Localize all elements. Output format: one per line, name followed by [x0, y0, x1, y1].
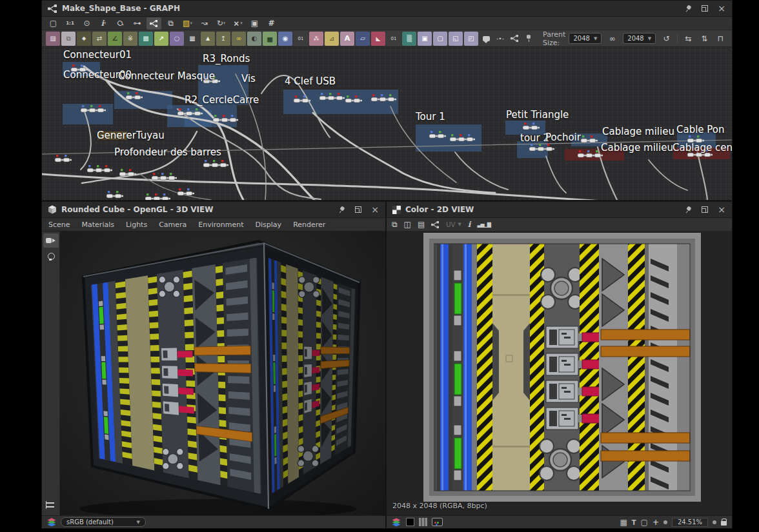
- tools-dropdown-icon[interactable]: [230, 17, 245, 30]
- menu-scene[interactable]: Scene: [48, 221, 70, 229]
- pan-icon[interactable]: [653, 518, 659, 527]
- tile-sampler-node-icon[interactable]: [185, 32, 199, 46]
- size-reset-icon[interactable]: [659, 32, 674, 44]
- frame-node-icon[interactable]: [418, 32, 432, 46]
- comment-icon[interactable]: [480, 32, 492, 45]
- node-label[interactable]: Cablage milieu: [601, 142, 673, 153]
- gradient-node-icon[interactable]: [154, 32, 168, 46]
- height-node-icon[interactable]: [201, 32, 215, 46]
- zoom-out-button[interactable]: [663, 520, 667, 524]
- view2d-viewport[interactable]: 2048 x 2048 (RGBA, 8bpc): [387, 232, 732, 517]
- node-label[interactable]: Cablage milieu: [602, 126, 674, 137]
- node-label[interactable]: R2_CercleCarre: [185, 94, 259, 106]
- graph-pin-button[interactable]: [683, 4, 693, 13]
- node-label[interactable]: 4 Clef USB: [285, 75, 336, 87]
- grid-toggle-icon[interactable]: [264, 17, 279, 30]
- menu-lights[interactable]: Lights: [126, 221, 147, 229]
- camera-view-button[interactable]: [43, 233, 59, 248]
- snap-horizontal-icon[interactable]: [681, 32, 696, 44]
- frame-fit-node-icon[interactable]: [449, 32, 463, 46]
- zoom-level-field[interactable]: 24.51%: [672, 518, 708, 527]
- fill-node-icon[interactable]: [371, 32, 385, 46]
- frame-empty-node-icon[interactable]: [433, 32, 447, 46]
- node-label[interactable]: Pochoir: [545, 132, 581, 143]
- view2d-pin-button[interactable]: [683, 205, 693, 214]
- parent-height-select[interactable]: 2048▼: [623, 33, 656, 44]
- link-curve-icon[interactable]: [197, 17, 212, 30]
- channels-icon[interactable]: [419, 518, 427, 526]
- lighting-button[interactable]: [43, 250, 59, 264]
- gradient-map-node-icon[interactable]: [232, 32, 246, 46]
- capture-icon[interactable]: [79, 17, 94, 30]
- rotate-dropdown-icon[interactable]: [214, 17, 228, 30]
- bitmap-node-icon[interactable]: [46, 32, 60, 46]
- menu-camera[interactable]: Camera: [159, 221, 187, 229]
- zoom-lock-icon[interactable]: [721, 521, 727, 526]
- tiling-grid-icon[interactable]: [620, 518, 627, 527]
- zoom-1-1-icon[interactable]: [63, 17, 77, 30]
- node-label[interactable]: R3_Ronds: [203, 53, 250, 64]
- zoom-in-button[interactable]: [713, 520, 716, 524]
- frame-selection-icon[interactable]: [180, 17, 195, 30]
- mirror-node-icon[interactable]: [325, 32, 339, 46]
- snap-grid-icon[interactable]: [713, 32, 728, 44]
- shape-node-icon[interactable]: [170, 32, 184, 46]
- layers-stack-icon[interactable]: [163, 17, 178, 30]
- node-label[interactable]: Petit Triangle: [506, 109, 569, 121]
- node-label[interactable]: Cable Pon: [676, 124, 725, 135]
- image-view-icon[interactable]: [247, 17, 262, 30]
- node-link-icon[interactable]: [130, 17, 145, 30]
- graph-view-icon[interactable]: [147, 17, 161, 30]
- uv-mode-select[interactable]: UV ▼: [446, 221, 461, 228]
- node-output-icon[interactable]: [431, 221, 440, 228]
- node-label[interactable]: Vis: [241, 73, 256, 84]
- hsl-node-icon[interactable]: [278, 32, 292, 46]
- subgraph-icon[interactable]: [508, 32, 521, 45]
- directional-warp-node-icon[interactable]: [123, 32, 137, 46]
- image-info-icon[interactable]: [468, 220, 471, 229]
- parent-width-select[interactable]: 2048▼: [569, 33, 602, 44]
- curve-node-icon[interactable]: [108, 32, 122, 46]
- graph-canvas[interactable]: Connecteur01 Connecteur00 Connecteur Mas…: [42, 47, 732, 200]
- levels-node-icon[interactable]: [247, 32, 261, 46]
- pin-node-icon[interactable]: [522, 32, 535, 45]
- colorspace-layers-icon[interactable]: [47, 518, 57, 527]
- fit-view-icon[interactable]: [46, 17, 61, 30]
- search-icon[interactable]: [113, 17, 128, 30]
- display-rgb-icon[interactable]: [432, 518, 443, 526]
- transform-node-icon[interactable]: [356, 32, 370, 46]
- tiling-mode-icon[interactable]: [632, 518, 636, 527]
- text-node-icon[interactable]: [340, 32, 354, 46]
- dot-node-icon[interactable]: [494, 32, 507, 45]
- noise-node-icon[interactable]: [402, 32, 416, 46]
- info-dropdown-icon[interactable]: [96, 17, 111, 30]
- scene-tree-button[interactable]: [42, 498, 57, 512]
- channel-shuffle-node-icon[interactable]: [92, 32, 106, 46]
- view2d-close-button[interactable]: ×: [717, 205, 726, 214]
- menu-materials[interactable]: Materials: [82, 221, 114, 229]
- node-label[interactable]: Cablage cent: [673, 142, 732, 153]
- save-icon[interactable]: [404, 220, 411, 229]
- normal-node-icon[interactable]: [216, 32, 230, 46]
- colorspace-layers-icon[interactable]: [392, 518, 401, 527]
- svg-node-icon[interactable]: [61, 32, 76, 46]
- colorspace-select[interactable]: sRGB (default) ▼: [61, 517, 146, 527]
- histogram-icon[interactable]: [477, 222, 491, 228]
- view2d-maximize-button[interactable]: [700, 205, 709, 214]
- node-label[interactable]: Connecteur01: [63, 49, 132, 61]
- blend-node-icon[interactable]: [77, 32, 91, 46]
- view3d-pin-button[interactable]: [337, 205, 346, 214]
- fit-image-icon[interactable]: [641, 518, 648, 527]
- node-label[interactable]: Tour 1: [416, 111, 445, 123]
- frame-resize-node-icon[interactable]: [464, 32, 478, 46]
- node-label[interactable]: Profondeur des barres: [114, 146, 221, 158]
- distance-node-icon[interactable]: [139, 32, 153, 46]
- view3d-viewport[interactable]: [60, 232, 385, 515]
- node-label[interactable]: Connecteur Masque: [118, 70, 215, 82]
- menu-environment[interactable]: Environment: [198, 221, 243, 229]
- menu-renderer[interactable]: Renderer: [293, 221, 325, 229]
- graph-maximize-button[interactable]: [700, 4, 709, 13]
- copy-icon[interactable]: [418, 220, 425, 229]
- splatter-node-icon[interactable]: [309, 32, 323, 46]
- export-image-icon[interactable]: [392, 220, 398, 229]
